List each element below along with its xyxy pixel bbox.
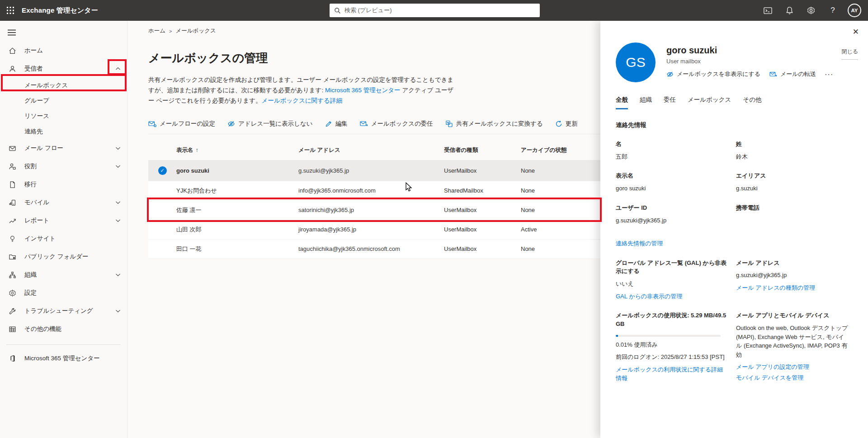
- app-launcher-icon[interactable]: [0, 0, 21, 21]
- m365-admin-link[interactable]: Microsoft 365 管理センター: [325, 87, 401, 94]
- folder-icon: [8, 253, 17, 261]
- mailbox-usage-bar: [616, 335, 721, 337]
- manage-mail-apps-link[interactable]: メール アプリの設定の管理: [736, 363, 850, 372]
- sidebar-item-label: 設定: [24, 289, 37, 297]
- global-search-input[interactable]: 検索 (プレビュー): [330, 4, 540, 17]
- convert-icon: [445, 120, 453, 127]
- breadcrumb-home[interactable]: ホーム: [148, 27, 165, 35]
- sidebar-item-mail-flow[interactable]: メール フロー: [0, 139, 127, 157]
- hide-mailbox-button[interactable]: メールボックスを非表示にする: [666, 70, 760, 78]
- sidebar-item-settings[interactable]: 設定: [0, 284, 127, 302]
- sidebar-item-migration[interactable]: 移行: [0, 175, 127, 193]
- tab-others[interactable]: その他: [743, 96, 761, 109]
- learn-more-link[interactable]: メールボックスに関する詳細: [262, 97, 342, 104]
- mail-forward-icon: [360, 120, 368, 127]
- sidebar-item-m365-admin-center[interactable]: Microsoft 365 管理センター: [0, 349, 127, 367]
- sidebar-item-organization[interactable]: 組織: [0, 266, 127, 284]
- mailbox-usage-details-link[interactable]: メールボックスの利用状況に関する詳細情報: [616, 365, 729, 383]
- sidebar-item-home[interactable]: ホーム: [0, 42, 127, 60]
- tab-mailbox[interactable]: メールボックス: [688, 96, 731, 109]
- table-row-goro-suzuki[interactable]: ✓ goro suzuki g.suzuki@yjk365.jp UserMai…: [148, 160, 600, 181]
- cell-display-name: YJKお問合わせ: [176, 187, 298, 195]
- field-mobile-phone: 携帯電話: [736, 204, 850, 225]
- refresh-button[interactable]: 更新: [555, 120, 578, 128]
- toolbar-label: メールボックスの委任: [371, 120, 433, 128]
- cell-archive-status: None: [521, 245, 600, 252]
- sidebar-item-groups[interactable]: グループ: [0, 93, 127, 108]
- annotation-box-selected-row: [147, 198, 602, 222]
- person-badge-icon: [8, 163, 17, 170]
- sidebar-item-public-folders[interactable]: パブリック フォルダー: [0, 248, 127, 266]
- table-row-taguchi-ichika[interactable]: 田口 一花 taguchiichika@yjk365.onmicrosoft.c…: [148, 240, 600, 259]
- sidebar-item-label: トラブルシューティング: [24, 307, 93, 315]
- command-bar: メールフローの設定 アドレス一覧に表示しない 編集: [148, 120, 600, 128]
- help-icon[interactable]: ?: [824, 0, 842, 21]
- sidebar-item-other-features[interactable]: その他の機能: [0, 320, 127, 338]
- eye-slash-icon: [227, 120, 235, 127]
- cell-archive-status: None: [521, 167, 600, 174]
- usage-percent: 0.01% 使用済み: [616, 340, 729, 349]
- manage-mobile-devices-link[interactable]: モバイル デバイスを管理: [736, 373, 850, 382]
- collapse-menu-icon[interactable]: [0, 24, 127, 42]
- sidebar-item-label: Microsoft 365 管理センター: [24, 354, 100, 363]
- sidebar-item-troubleshooting[interactable]: トラブルシューティング: [0, 302, 127, 320]
- cell-display-name: 田口 一花: [176, 245, 298, 253]
- breadcrumb: ホーム > メールボックス: [127, 21, 600, 35]
- close-icon[interactable]: ✕: [853, 27, 859, 37]
- cell-display-name: 山田 次郎: [176, 226, 298, 234]
- chevron-down-icon[interactable]: [115, 201, 121, 204]
- column-header-display-name[interactable]: 表示名↑: [176, 146, 298, 154]
- sidebar-item-mobile[interactable]: モバイル: [0, 193, 127, 212]
- hide-from-address-list-button[interactable]: アドレス一覧に表示しない: [227, 120, 313, 128]
- tab-general[interactable]: 全般: [616, 96, 628, 109]
- mailbox-type-label: User mailbox: [666, 58, 834, 65]
- column-header-email[interactable]: メール アドレス: [298, 146, 444, 154]
- topbar-actions: ? AY: [759, 0, 863, 21]
- table-row-yamada-jiro[interactable]: 山田 次郎 jiroyamada@yjk365.jp UserMailbox A…: [148, 220, 600, 240]
- account-avatar[interactable]: AY: [845, 0, 863, 21]
- manage-contact-info-link-wrap: 連絡先情報の管理: [616, 235, 729, 248]
- cell-recipient-type: UserMailbox: [444, 167, 521, 174]
- column-header-recipient-type[interactable]: 受信者の種類: [444, 146, 521, 154]
- chevron-down-icon[interactable]: [115, 165, 121, 168]
- sidebar-divider: [6, 344, 121, 345]
- mail-flow-settings-button[interactable]: メールフローの設定: [148, 120, 215, 128]
- page-description: 共有メールボックスの設定を作成および管理します。ユーザー メールボックスの設定を…: [148, 75, 454, 106]
- mail-forward-icon: [769, 71, 777, 78]
- search-icon: [334, 7, 341, 14]
- mail-forwarding-button[interactable]: メールの転送: [769, 70, 816, 78]
- office-logo-icon: [8, 355, 17, 362]
- sidebar-item-insights[interactable]: インサイト: [0, 230, 127, 248]
- mailbox-delegation-button[interactable]: メールボックスの委任: [360, 120, 433, 128]
- sidebar-item-reports[interactable]: レポート: [0, 212, 127, 230]
- manage-contact-info-link[interactable]: 連絡先情報の管理: [616, 239, 729, 248]
- chevron-down-icon[interactable]: [115, 146, 121, 150]
- field-last-name: 姓 鈴木: [736, 140, 850, 161]
- toolbar-label: メールフローの設定: [160, 120, 215, 128]
- sidebar-item-roles[interactable]: 役割: [0, 157, 127, 175]
- convert-to-shared-mailbox-button[interactable]: 共有メールボックスに変換する: [445, 120, 543, 128]
- sidebar-item-contacts[interactable]: 連絡先: [0, 124, 127, 139]
- chevron-down-icon[interactable]: [115, 273, 121, 277]
- chevron-down-icon[interactable]: [115, 219, 121, 222]
- column-header-archive-status[interactable]: アーカイブの状態: [521, 146, 600, 154]
- manage-gal-link[interactable]: GAL からの非表示の管理: [616, 292, 729, 301]
- tab-delegation[interactable]: 委任: [664, 96, 676, 109]
- mobile-device-icon: [8, 199, 17, 207]
- app-title: Exchange 管理センター: [22, 6, 98, 15]
- close-button[interactable]: 閉じる: [841, 48, 858, 60]
- notifications-bell-icon[interactable]: [780, 0, 798, 21]
- edit-button[interactable]: 編集: [325, 120, 348, 128]
- selected-check-icon[interactable]: ✓: [158, 166, 167, 175]
- sidebar-item-resources[interactable]: リソース: [0, 108, 127, 124]
- chevron-down-icon[interactable]: [115, 309, 121, 313]
- cloud-shell-icon[interactable]: [759, 0, 777, 21]
- settings-gear-icon[interactable]: [802, 0, 820, 21]
- manage-email-types-link[interactable]: メール アドレスの種類の管理: [736, 283, 850, 292]
- org-chart-icon: [8, 271, 17, 279]
- refresh-icon: [555, 120, 562, 127]
- cell-display-name: goro suzuki: [176, 167, 298, 174]
- more-actions-icon[interactable]: ···: [825, 71, 834, 78]
- tab-organization[interactable]: 組織: [640, 96, 652, 109]
- panel-tabs: 全般 組織 委任 メールボックス その他: [616, 96, 868, 109]
